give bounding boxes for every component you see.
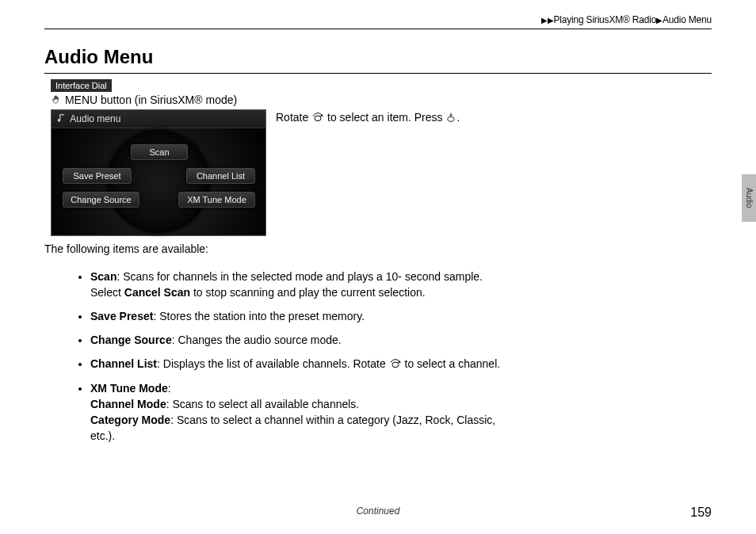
interface-dial-badge: Interface Dial bbox=[51, 79, 112, 92]
category-mode-label: Category Mode bbox=[90, 414, 170, 426]
page-number: 159 bbox=[690, 505, 712, 520]
scan-desc2: to stop scanning and play the current se… bbox=[190, 286, 426, 299]
cancel-scan-label: Cancel Scan bbox=[124, 286, 190, 299]
music-note-icon bbox=[56, 113, 67, 126]
menu-button-line: MENU button (in SiriusXM® mode) bbox=[51, 93, 237, 108]
svg-point-1 bbox=[448, 116, 454, 121]
chevron-right-icon: ▶ bbox=[656, 16, 662, 25]
list-item: Save Preset: Stores the station into the… bbox=[90, 309, 510, 325]
intro-text: The following items are available: bbox=[44, 242, 208, 255]
save-preset-label: Save Preset bbox=[90, 310, 153, 322]
screenshot-header: Audio menu bbox=[52, 110, 265, 128]
channel-list-button[interactable]: Channel List bbox=[186, 168, 255, 184]
scan-label: Scan bbox=[90, 270, 116, 283]
channel-list-desc: : Displays the list of available channel… bbox=[157, 357, 389, 370]
section-tab: Audio bbox=[742, 174, 756, 222]
rotate-dial-icon bbox=[389, 358, 402, 374]
item-list: Scan: Scans for channels in the selected… bbox=[59, 269, 510, 452]
list-item: Scan: Scans for channels in the selected… bbox=[90, 269, 510, 301]
continued-label: Continued bbox=[357, 505, 400, 517]
change-source-desc: : Changes the audio source mode. bbox=[172, 334, 342, 346]
svg-point-0 bbox=[315, 116, 321, 121]
screenshot-title: Audio menu bbox=[70, 113, 120, 124]
hand-icon bbox=[51, 94, 62, 108]
xm-tune-label: XM Tune Mode bbox=[90, 382, 168, 395]
rotate-dial-icon bbox=[311, 112, 324, 125]
xm-colon: : bbox=[168, 382, 171, 395]
change-source-label: Change Source bbox=[90, 334, 172, 346]
list-item: Channel List: Displays the list of avail… bbox=[90, 357, 510, 374]
save-preset-button[interactable]: Save Preset bbox=[63, 168, 132, 184]
end-text: . bbox=[456, 111, 460, 124]
list-item: Change Source: Changes the audio source … bbox=[90, 333, 510, 349]
channel-mode-desc: : Scans to select all available channels… bbox=[166, 398, 360, 410]
manual-page: ▶▶Playing SiriusXM® Radio▶Audio Menu Aud… bbox=[44, 0, 712, 534]
change-source-button[interactable]: Change Source bbox=[63, 192, 139, 208]
header-rule bbox=[44, 29, 712, 29]
select-text: to select an item. Press bbox=[324, 111, 445, 124]
instruction-line: Rotate to select an item. Press . bbox=[276, 111, 460, 125]
xm-tune-mode-button[interactable]: XM Tune Mode bbox=[178, 192, 255, 208]
breadcrumb: ▶▶Playing SiriusXM® Radio▶Audio Menu bbox=[541, 14, 712, 25]
chevron-right-icon: ▶▶ bbox=[541, 16, 554, 25]
svg-point-2 bbox=[392, 362, 399, 368]
press-dial-icon bbox=[445, 112, 456, 125]
channel-list-desc2: to select a channel. bbox=[402, 357, 501, 370]
channel-mode-label: Channel Mode bbox=[90, 398, 166, 410]
screenshot-body: Scan Save Preset Channel List Change Sou… bbox=[52, 128, 265, 235]
rotate-text: Rotate bbox=[276, 111, 311, 124]
list-item: XM Tune Mode: Channel Mode: Scans to sel… bbox=[90, 381, 510, 444]
save-preset-desc: : Stores the station into the preset mem… bbox=[153, 310, 365, 322]
page-title: Audio Menu bbox=[44, 46, 712, 74]
channel-list-label: Channel List bbox=[90, 357, 157, 370]
breadcrumb-section: Playing SiriusXM® Radio bbox=[554, 14, 657, 25]
breadcrumb-page: Audio Menu bbox=[662, 14, 712, 25]
scan-button[interactable]: Scan bbox=[131, 144, 188, 160]
device-screenshot: Audio menu Scan Save Preset Channel List… bbox=[51, 109, 266, 236]
menu-button-text: MENU button (in SiriusXM® mode) bbox=[65, 93, 237, 106]
